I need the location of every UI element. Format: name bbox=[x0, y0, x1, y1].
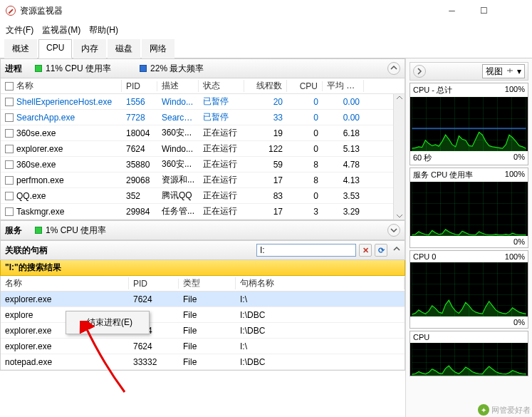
proc-cpu: 0 bbox=[287, 191, 323, 201]
proc-cpu: 8 bbox=[287, 175, 323, 185]
minimize-button[interactable]: ─ bbox=[436, 1, 468, 21]
handles-header[interactable]: 关联的句柄 ✕ ⟳ bbox=[0, 240, 405, 260]
table-row[interactable]: perfmon.exe29068资源和...正在运行1784.13 bbox=[1, 173, 393, 188]
chart-title: CPU - 总计 bbox=[413, 85, 452, 96]
h-type: File bbox=[179, 310, 236, 320]
chart-svc-cpu: 服务 CPU 使用率100% 0% bbox=[410, 168, 528, 248]
menu-file[interactable]: 文件(F) bbox=[6, 24, 33, 36]
handle-table-header: 名称 PID 类型 句柄名称 bbox=[1, 276, 405, 292]
services-header[interactable]: 服务 1% CPU 使用率 bbox=[0, 220, 405, 240]
search-result-bar: "I:"的搜索结果 bbox=[0, 260, 405, 276]
proc-pid: 352 bbox=[122, 191, 157, 201]
table-row[interactable]: explore24FileI:\DBC bbox=[1, 307, 405, 323]
col-cpu[interactable]: CPU bbox=[287, 81, 323, 91]
cpu-usage-label: 11% CPU 使用率 bbox=[46, 63, 111, 75]
h-hname: I:\ bbox=[236, 294, 405, 304]
col-avg[interactable]: 平均 C... bbox=[323, 80, 364, 92]
tab-disk[interactable]: 磁盘 bbox=[108, 39, 140, 58]
search-button[interactable]: ⟳ bbox=[375, 244, 387, 257]
collapse-icon[interactable] bbox=[387, 62, 400, 75]
col-desc[interactable]: 描述 bbox=[157, 80, 199, 92]
table-row[interactable]: explorer.exe7624FileI:\ bbox=[1, 292, 405, 307]
hcol-type[interactable]: 类型 bbox=[179, 277, 236, 289]
view-label: 视图 bbox=[486, 66, 503, 78]
proc-avg: 4.13 bbox=[323, 175, 364, 185]
proc-avg: 0.00 bbox=[323, 97, 364, 107]
col-state[interactable]: 状态 bbox=[199, 80, 244, 92]
proc-threads: 33 bbox=[244, 113, 287, 123]
tab-memory[interactable]: 内存 bbox=[73, 39, 106, 58]
row-checkbox[interactable] bbox=[5, 176, 14, 185]
clear-search-button[interactable]: ✕ bbox=[359, 244, 372, 257]
proc-avg: 5.13 bbox=[323, 144, 364, 154]
checkbox-all[interactable] bbox=[5, 82, 14, 91]
chart-cpu-0: CPU 0100% 0% bbox=[410, 250, 528, 329]
expand-icon[interactable] bbox=[387, 224, 400, 237]
handles-title: 关联的句柄 bbox=[5, 244, 48, 257]
proc-cpu: 0 bbox=[287, 113, 323, 123]
row-checkbox[interactable] bbox=[5, 129, 14, 138]
row-checkbox[interactable] bbox=[5, 160, 14, 169]
collapse-icon[interactable] bbox=[393, 245, 400, 255]
chart-min: 0% bbox=[513, 318, 525, 326]
chart-min: 0% bbox=[513, 153, 525, 163]
close-button[interactable] bbox=[500, 1, 532, 21]
context-menu: 结束进程(E) bbox=[66, 311, 150, 334]
table-row[interactable]: explorer.exe7624FileI:\DBC bbox=[1, 323, 405, 339]
proc-name: SearchApp.exe bbox=[16, 113, 75, 123]
tab-cpu[interactable]: CPU bbox=[38, 39, 72, 58]
table-row[interactable]: explorer.exe7624FileI:\ bbox=[1, 339, 405, 354]
window-title: 资源监视器 bbox=[20, 5, 63, 17]
proc-desc: 腾讯QQ bbox=[157, 190, 199, 202]
tab-network[interactable]: 网络 bbox=[142, 39, 174, 58]
col-threads[interactable]: 线程数 bbox=[244, 80, 287, 92]
proc-state: 正在运行 bbox=[199, 190, 244, 202]
proc-name: perfmon.exe bbox=[16, 175, 64, 185]
table-row[interactable]: 360se.exe18004360安...正在运行1906.18 bbox=[1, 125, 393, 141]
handle-search-input[interactable] bbox=[256, 244, 356, 257]
table-row[interactable]: notepad.exe33332FileI:\DBC bbox=[1, 354, 405, 370]
row-checkbox[interactable] bbox=[5, 145, 14, 153]
process-scrollbar[interactable] bbox=[393, 94, 405, 220]
maximize-button[interactable]: ☐ bbox=[468, 1, 500, 21]
tab-bar: 概述 CPU 内存 磁盘 网络 bbox=[0, 38, 532, 58]
table-row[interactable]: 360se.exe35880360安...正在运行5984.78 bbox=[1, 157, 393, 173]
proc-threads: 17 bbox=[244, 207, 287, 217]
row-checkbox[interactable] bbox=[5, 207, 14, 216]
ctx-end-process[interactable]: 结束进程(E) bbox=[67, 314, 148, 331]
col-pid[interactable]: PID bbox=[122, 81, 157, 91]
hcol-hname[interactable]: 句柄名称 bbox=[236, 277, 405, 289]
table-row[interactable]: ShellExperienceHost.exe1556Windo...已暂停20… bbox=[1, 94, 393, 110]
hcol-name[interactable]: 名称 bbox=[1, 277, 129, 289]
table-row[interactable]: explorer.exe7624Windo...正在运行12205.13 bbox=[1, 141, 393, 157]
proc-threads: 19 bbox=[244, 128, 287, 138]
h-name: explorer.exe bbox=[1, 341, 129, 351]
table-row[interactable]: QQ.exe352腾讯QQ正在运行8303.53 bbox=[1, 188, 393, 204]
col-name[interactable]: 名称 bbox=[16, 80, 33, 92]
svc-cpu-label: 1% CPU 使用率 bbox=[46, 225, 106, 237]
h-name: notepad.exe bbox=[1, 357, 129, 367]
proc-state: 正在运行 bbox=[199, 127, 244, 139]
proc-pid: 29984 bbox=[122, 207, 157, 217]
table-row[interactable]: Taskmgr.exe29984任务管...正在运行1733.29 bbox=[1, 204, 393, 220]
row-checkbox[interactable] bbox=[5, 98, 14, 106]
chart-max: 100% bbox=[505, 252, 525, 261]
hcol-pid[interactable]: PID bbox=[129, 279, 179, 289]
proc-name: 360se.exe bbox=[16, 160, 56, 170]
menu-help[interactable]: 帮助(H) bbox=[89, 24, 118, 36]
tab-overview[interactable]: 概述 bbox=[4, 39, 37, 58]
proc-desc: 任务管... bbox=[157, 205, 199, 217]
h-hname: I:\DBC bbox=[236, 326, 405, 336]
row-checkbox[interactable] bbox=[5, 192, 14, 200]
h-type: File bbox=[179, 294, 236, 304]
row-checkbox[interactable] bbox=[5, 113, 14, 122]
processes-header[interactable]: 进程 11% CPU 使用率 22% 最大频率 bbox=[0, 58, 405, 78]
h-hname: I:\DBC bbox=[236, 357, 405, 367]
view-dropdown[interactable]: 视图 ▾ bbox=[482, 64, 525, 78]
menubar: 文件(F) 监视器(M) 帮助(H) bbox=[0, 21, 532, 38]
table-row[interactable]: SearchApp.exe7728Search...已暂停3300.00 bbox=[1, 110, 393, 125]
proc-pid: 7624 bbox=[122, 144, 157, 154]
proc-desc: 360安... bbox=[157, 158, 199, 170]
menu-monitor[interactable]: 监视器(M) bbox=[42, 24, 80, 36]
collapse-right-icon[interactable] bbox=[413, 65, 426, 78]
